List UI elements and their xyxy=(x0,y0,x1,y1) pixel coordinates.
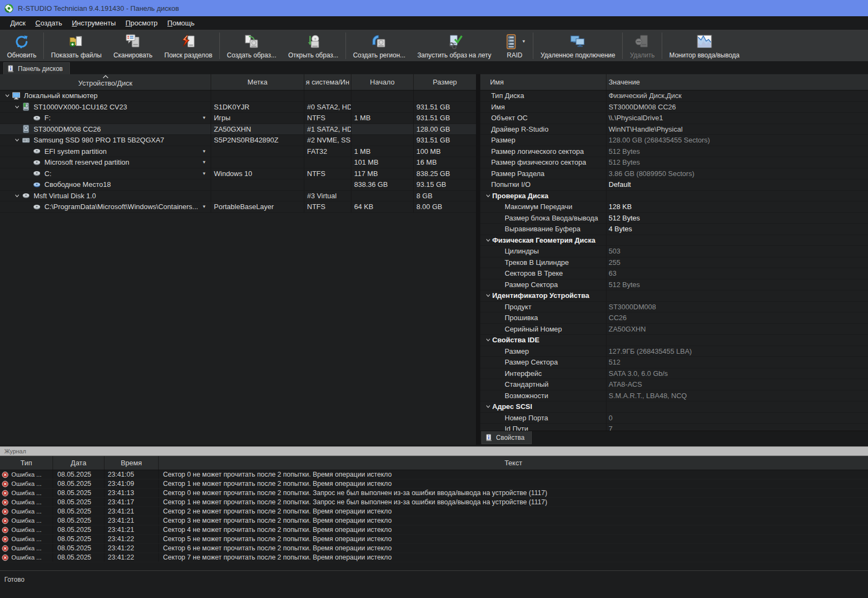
column-header-name[interactable]: Имя xyxy=(480,74,606,90)
tree-row-partition[interactable]: F: ▼ Игры NTFS 1 MB 931.51 GB xyxy=(0,113,476,124)
partition-dropdown-icon[interactable]: ▼ xyxy=(202,171,206,176)
partition-icon xyxy=(32,114,41,122)
property-group[interactable]: Проверка Диска xyxy=(480,191,868,202)
menu-help[interactable]: Помощь xyxy=(162,17,199,29)
create-image-button[interactable]: Создать образ... xyxy=(221,30,282,61)
cell-fs xyxy=(304,179,351,190)
column-header-device[interactable]: Устройство/Диск xyxy=(0,74,211,90)
log-row: Ошибка ... 08.05.2025 23:41:22 Сектор 6 … xyxy=(0,544,868,553)
tab-disk-panel[interactable]: Панель дисков xyxy=(3,62,70,74)
remote-connection-icon xyxy=(570,34,586,50)
cell-size: 931.51 GB xyxy=(414,102,476,113)
delete-icon xyxy=(634,34,650,50)
scan-button[interactable]: Сканировать xyxy=(108,30,159,61)
tree-row-free-space[interactable]: Свободное Место18 838.36 GB 93.15 GB xyxy=(0,179,476,191)
partition-dropdown-icon[interactable]: ▼ xyxy=(202,204,206,209)
refresh-button[interactable]: Обновить xyxy=(1,30,42,61)
raid-button[interactable]: ▼ RAID xyxy=(497,30,532,61)
log-row: Ошибка ... 08.05.2025 23:41:22 Сектор 5 … xyxy=(0,535,868,544)
raid-dropdown-icon[interactable]: ▼ xyxy=(521,39,526,44)
log-row: Ошибка ... 08.05.2025 23:41:05 Сектор 0 … xyxy=(0,470,868,479)
menu-tools[interactable]: Инструменты xyxy=(67,17,121,29)
chevron-down-icon[interactable] xyxy=(12,193,22,198)
start-image-lazily-button[interactable]: Запустить образ на лету xyxy=(412,30,498,61)
menu-disk[interactable]: Диск xyxy=(5,17,30,29)
cell-size: 931.51 GB xyxy=(414,113,476,123)
error-icon xyxy=(2,480,9,487)
find-partitions-icon xyxy=(180,34,197,50)
cell-fs: NTFS xyxy=(304,168,351,179)
journal-titlebar[interactable]: Журнал xyxy=(0,446,868,456)
column-header-date[interactable]: Дата xyxy=(53,456,105,470)
partition-icon xyxy=(32,169,41,178)
chevron-down-icon[interactable] xyxy=(12,105,22,109)
partition-dropdown-icon[interactable]: ▼ xyxy=(202,115,206,120)
property-group[interactable]: Адрес SCSI xyxy=(480,401,868,413)
partition-dropdown-icon[interactable]: ▼ xyxy=(202,160,206,165)
error-icon xyxy=(2,526,9,534)
chevron-down-icon[interactable] xyxy=(484,293,492,298)
cell-start: 838.36 GB xyxy=(351,179,414,190)
tree-row-partition[interactable]: EFI system partition ▼ FAT32 1 MB 100 MB xyxy=(0,146,476,158)
remote-connection-button[interactable]: Удаленное подключение xyxy=(534,30,621,61)
property-row: Имя ST3000DM008 CC26 xyxy=(480,102,868,113)
property-row: Выравнивание Буфера 4 Bytes xyxy=(480,224,868,235)
chevron-down-icon[interactable] xyxy=(484,404,492,409)
column-header-value[interactable]: Значение xyxy=(606,74,868,90)
tree-row-disk-selected[interactable]: ST3000DM008 CC26 ZA50GXHN #1 SATA2, HDD … xyxy=(0,124,476,135)
find-partitions-button[interactable]: Поиск разделов xyxy=(159,30,219,61)
tree-row-partition[interactable]: C:\ProgramData\Microsoft\Windows\Contain… xyxy=(0,202,476,213)
cell-size: 128.00 GB xyxy=(414,124,476,135)
log-row: Ошибка ... 08.05.2025 23:41:21 Сектор 2 … xyxy=(0,507,868,516)
journal-title: Журнал xyxy=(4,448,26,454)
toolbar-separator xyxy=(662,32,662,59)
tree-row-partition[interactable]: Microsoft reserved partition ▼ 101 MB 16… xyxy=(0,157,476,168)
cell-label xyxy=(211,191,304,202)
error-icon xyxy=(2,471,9,478)
column-header-type[interactable]: Тип xyxy=(0,456,53,470)
cell-label xyxy=(211,90,304,101)
io-monitor-icon xyxy=(696,34,713,50)
tab-properties[interactable]: Свойства xyxy=(481,431,532,444)
column-header-time[interactable]: Время xyxy=(105,456,159,470)
open-image-button[interactable]: Открыть образ... xyxy=(282,30,344,61)
cell-size: 8 GB xyxy=(414,191,476,202)
column-header-start[interactable]: Начало xyxy=(351,74,414,90)
chevron-down-icon[interactable] xyxy=(484,238,492,243)
device-name: Microsoft reserved partition xyxy=(44,158,129,166)
property-row: Треков В Цилиндре 255 xyxy=(480,257,868,269)
property-row: Стандартный ATA8-ACS xyxy=(480,379,868,391)
menu-view[interactable]: Просмотр xyxy=(121,17,162,29)
main-area: Устройство/Диск Метка я система/Ин Начал… xyxy=(0,74,868,445)
tree-row-disk[interactable]: ST1000VX000-1CU162 CV23 S1DK0YJR #0 SATA… xyxy=(0,102,476,113)
panel-splitter[interactable] xyxy=(476,74,480,445)
cell-size: 8.00 GB xyxy=(414,202,476,212)
property-group[interactable]: Свойства IDE xyxy=(480,335,868,346)
property-row: Размер логического сектора 512 Bytes xyxy=(480,146,868,158)
property-group[interactable]: Идентификатор Устройства xyxy=(480,290,868,302)
properties-rows: Тип Диска Физический Диск,Диск Имя ST300… xyxy=(480,90,868,431)
chevron-down-icon[interactable] xyxy=(12,138,22,142)
property-row: Секторов В Треке 63 xyxy=(480,268,868,280)
chevron-down-icon[interactable] xyxy=(2,93,12,98)
create-region-button[interactable]: Создать регион... xyxy=(347,30,412,61)
partition-dropdown-icon[interactable]: ▼ xyxy=(202,149,206,154)
chevron-down-icon[interactable] xyxy=(484,193,492,198)
show-files-button[interactable]: Показать файлы xyxy=(45,30,107,61)
tree-row-disk[interactable]: Samsung SSD 980 PRO 1TB 5B2QGXA7 S5P2NS0… xyxy=(0,135,476,146)
tree-row-partition[interactable]: C: ▼ Windows 10 NTFS 117 MB 838.25 GB xyxy=(0,168,476,180)
column-header-text[interactable]: Текст xyxy=(159,456,868,470)
tree-row-local-computer[interactable]: Локальный компьютер xyxy=(0,90,476,102)
log-row: Ошибка ... 08.05.2025 23:41:21 Сектор 4 … xyxy=(0,525,868,535)
show-files-icon xyxy=(68,34,84,50)
tree-row-disk[interactable]: Msft Virtual Disk 1.0 #3 Virtual 8 GB xyxy=(0,191,476,202)
column-header-size[interactable]: Размер xyxy=(414,74,476,90)
column-header-label[interactable]: Метка xyxy=(211,74,304,90)
menu-create[interactable]: Создать xyxy=(30,17,67,29)
cell-start xyxy=(351,191,414,202)
chevron-down-icon[interactable] xyxy=(484,337,492,342)
column-header-filesystem[interactable]: я система/Ин xyxy=(304,74,351,90)
property-group[interactable]: Физическая Геометрия Диска xyxy=(480,235,868,246)
io-monitor-button[interactable]: Монитор ввода/вывода xyxy=(663,30,746,61)
ssd-icon xyxy=(22,136,30,145)
